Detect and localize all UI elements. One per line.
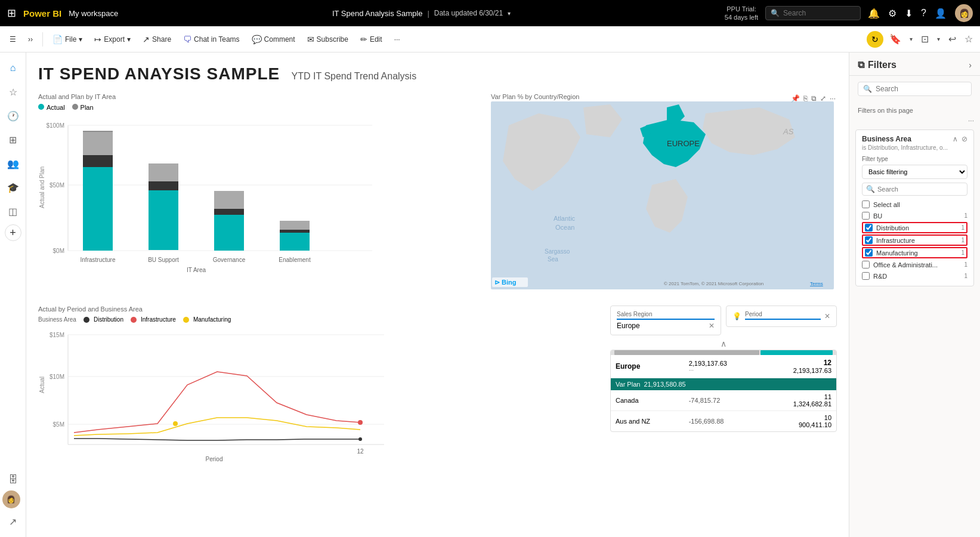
sidebar-item-workspaces[interactable]: ◫	[2, 200, 24, 222]
map-expand-button[interactable]: ⤢	[820, 94, 826, 103]
filter-section-more-icon[interactable]: ···	[968, 116, 974, 125]
var-plan-value: 21,913,580.85	[644, 381, 685, 388]
ellipsis-icon: ···	[394, 35, 400, 44]
bu-checkbox[interactable]	[862, 212, 870, 220]
help-icon[interactable]: ?	[921, 8, 926, 18]
report-title: IT SPEND ANAYSIS SAMPLE	[38, 64, 280, 83]
undo-button[interactable]: ↩	[946, 31, 959, 47]
settings-icon[interactable]: ⚙	[888, 8, 896, 19]
svg-text:$10M: $10M	[50, 374, 64, 380]
filter-type-select[interactable]: Basic filtering Advanced filtering	[862, 165, 967, 179]
bookmark-chevron-button[interactable]: ▾	[907, 33, 915, 45]
line-chart-svg: $15M $10M $5M	[38, 325, 396, 462]
bookmark-button[interactable]: 🔖	[887, 31, 904, 47]
select-all-checkbox[interactable]	[862, 200, 870, 208]
view-chevron-button[interactable]: ▾	[935, 33, 942, 45]
europe-values: 2,193,137.63 ···	[689, 360, 782, 374]
sidebar-toggle-button[interactable]: ☰	[5, 33, 21, 46]
download-icon[interactable]: ⬇	[905, 8, 913, 19]
share-label: Share	[152, 35, 171, 44]
sidebar-item-home[interactable]: ⌂	[2, 57, 24, 79]
filter-inner-search[interactable]: 🔍	[862, 183, 967, 196]
comment-button[interactable]: 💬 Comment	[247, 32, 300, 47]
manufacturing-checkbox[interactable]	[865, 249, 873, 257]
sidebar-item-create[interactable]: +	[5, 224, 21, 241]
sidebar-avatar-bottom[interactable]: 👩	[2, 490, 20, 508]
svg-rect-10	[149, 163, 178, 181]
account-icon[interactable]: 👤	[935, 8, 947, 19]
sidebar-item-shared[interactable]: 👥	[2, 153, 24, 174]
svg-text:Atlantic: Atlantic	[554, 215, 576, 222]
filter-inner-search-input[interactable]	[877, 186, 963, 193]
sidebar-collapse-button[interactable]: ↗	[2, 511, 24, 532]
map-copy-button[interactable]: ⎘	[803, 94, 808, 103]
edit-button[interactable]: ✏ Edit	[355, 32, 387, 47]
filter-card-subtitle: is Distribution, Infrastructure, o...	[862, 144, 967, 151]
aus-nz-val1: -156,698.88	[689, 418, 782, 425]
filter-search-input[interactable]	[876, 85, 966, 93]
sales-region-value: Europe ✕	[617, 322, 715, 330]
file-button[interactable]: 📄 File ▾	[48, 32, 87, 47]
filter-clear-icon[interactable]: ⊘	[962, 135, 967, 143]
map-more-button[interactable]: ···	[830, 94, 836, 103]
sidebar-item-favorites[interactable]: ☆	[2, 81, 24, 103]
svg-text:⊳ Bing: ⊳ Bing	[494, 279, 517, 286]
data-updated-chevron[interactable]: ▾	[508, 10, 511, 17]
filter-item-office-admin: Office & Administrati... 1	[862, 260, 967, 270]
nav-expand-button[interactable]: ››	[23, 33, 38, 46]
avatar[interactable]: 👩	[955, 4, 973, 22]
view-button[interactable]: ⊡	[919, 31, 931, 47]
map-container: 📌 ⎘ ⧉ ⤢ ··· Var Plan % by Country/Region	[491, 93, 837, 296]
sidebar-item-apps[interactable]: ⊞	[2, 129, 24, 150]
chevron-up-icon: ∧	[610, 339, 837, 348]
office-admin-count: 1	[964, 261, 967, 268]
subscribe-icon: ✉	[307, 35, 314, 44]
grid-icon[interactable]: ⊞	[7, 7, 16, 20]
star-button[interactable]: ☆	[962, 31, 975, 47]
top-search-box[interactable]: 🔍	[765, 6, 861, 20]
svg-text:© 2021 TomTom, © 2021 Microsof: © 2021 TomTom, © 2021 Microsoft Corporat…	[664, 281, 763, 286]
legend-label-prefix: Business Area	[38, 316, 76, 323]
svg-point-45	[358, 420, 363, 425]
sidebar-item-dataflows[interactable]: 🗄	[2, 469, 24, 490]
aus-nz-region: Aus and NZ	[616, 418, 685, 425]
export-button[interactable]: ↦ Export ▾	[89, 32, 135, 47]
filter-collapse-icon[interactable]: ∧	[953, 135, 958, 143]
report-canvas: IT SPEND ANAYSIS SAMPLE YTD IT Spend Tre…	[26, 53, 849, 537]
svg-text:$5M: $5M	[53, 421, 64, 428]
svg-rect-17	[280, 230, 310, 233]
distribution-checkbox[interactable]	[865, 224, 873, 232]
workspace-label[interactable]: My workspace	[69, 9, 118, 18]
more-options-button[interactable]: ···	[389, 33, 405, 46]
map-pin-button[interactable]: 📌	[791, 94, 800, 103]
bar-chart-svg: $100M $50M $0M	[38, 116, 384, 277]
main-layout: ⌂ ☆ 🕐 ⊞ 👥 🎓 ◫ + 🗄 👩 ↗ IT SPEND ANAYSIS S…	[0, 53, 980, 537]
filter-item-manufacturing: Manufacturing 1	[862, 247, 967, 258]
top-navigation: ⊞ Power BI My workspace IT Spend Analysi…	[0, 0, 980, 26]
filter-panel-header: ⧉ Filters ›	[849, 53, 980, 76]
sidebar-item-recents[interactable]: 🕐	[2, 105, 24, 126]
sales-region-close[interactable]: ✕	[709, 322, 715, 330]
filter-panel-close-button[interactable]: ›	[969, 60, 972, 70]
bar-chart-legend: Actual Plan	[38, 104, 484, 111]
share-button[interactable]: ↗ Share	[138, 32, 176, 47]
bell-icon[interactable]: 🔔	[868, 8, 880, 19]
charts-row: Actual and Plan by IT Area Actual Plan $…	[38, 93, 837, 296]
top-search-input[interactable]	[783, 9, 855, 17]
subscribe-button[interactable]: ✉ Subscribe	[302, 32, 353, 47]
infrastructure-checkbox[interactable]	[865, 236, 873, 244]
period-close[interactable]: ✕	[824, 312, 830, 320]
filter-inner-search-icon: 🔍	[866, 185, 875, 193]
toolbar-right-actions: ↻ 🔖 ▾ ⊡ ▾ ↩ ☆	[867, 31, 975, 48]
chat-in-teams-button[interactable]: 🗨 Chat in Teams	[178, 32, 244, 47]
map-filter-button[interactable]: ⧉	[811, 94, 817, 103]
sidebar-item-learn[interactable]: 🎓	[2, 177, 24, 198]
nav-icon-group: 🔔 ⚙ ⬇ ? 👤 👩	[868, 4, 973, 22]
svg-rect-13	[214, 191, 244, 209]
filter-card-business-area: Business Area ∧ ⊘ is Distribution, Infra…	[855, 129, 974, 286]
office-admin-checkbox[interactable]	[862, 261, 870, 268]
filter-panel-search[interactable]: 🔍	[858, 82, 972, 96]
period-value-container: Period	[745, 311, 821, 322]
rd-checkbox[interactable]	[862, 272, 870, 280]
refresh-button[interactable]: ↻	[867, 31, 883, 48]
